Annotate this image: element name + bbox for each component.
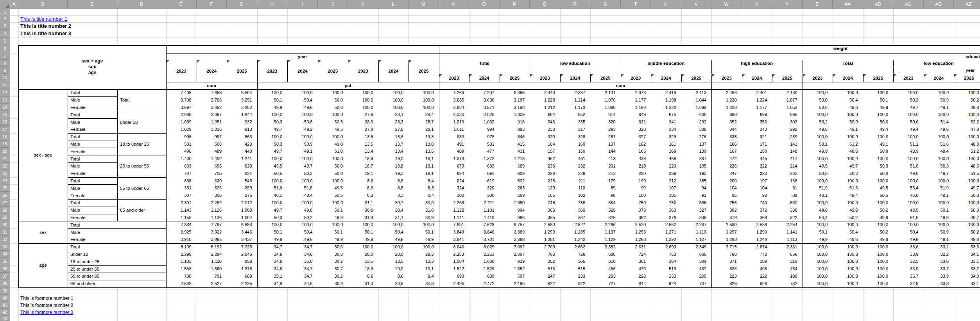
- cell-r16c17[interactable]: 292: [681, 118, 712, 126]
- cell-r29c22[interactable]: 50,2: [833, 214, 863, 221]
- cell-r32c18[interactable]: 1.293: [711, 236, 742, 243]
- cell-r20c7[interactable]: 13,4: [378, 148, 409, 155]
- cell-r30c7[interactable]: 100,0: [378, 221, 409, 228]
- year-header-cell[interactable]: 2023: [257, 60, 288, 82]
- cell-r20c0[interactable]: 496: [166, 148, 197, 155]
- cell-r14c6[interactable]: 100,0: [348, 104, 378, 111]
- cell-r32c15[interactable]: 1.268: [621, 236, 651, 243]
- cell-r17c14[interactable]: 293: [590, 126, 621, 133]
- row-header-30[interactable]: 30: [0, 221, 10, 228]
- cell-r28c22[interactable]: 49,8: [833, 207, 863, 214]
- cell-r17c3[interactable]: 49,7: [257, 126, 288, 133]
- cell-r26c23[interactable]: 50,5: [863, 192, 894, 199]
- cell-r26c7[interactable]: 8,3: [378, 192, 409, 199]
- cell-r21c15[interactable]: 438: [621, 155, 651, 162]
- cell-r14c3[interactable]: 49,9: [257, 104, 288, 111]
- cell-r21c8[interactable]: 19,1: [408, 155, 439, 162]
- cell-r24c26[interactable]: 100,0: [954, 177, 980, 185]
- cell-r32c10[interactable]: 3.781: [469, 236, 500, 243]
- cell-r29c25[interactable]: 49,9: [924, 214, 954, 221]
- cell-r18c10[interactable]: 978: [469, 133, 500, 141]
- cell-r38c25[interactable]: 33,3: [924, 280, 954, 287]
- cell-r32c17[interactable]: 1.127: [681, 236, 712, 243]
- cell-r18c21[interactable]: 100,0: [803, 133, 833, 141]
- cell-r24c18[interactable]: 200: [711, 177, 742, 185]
- cell-r26c15[interactable]: 100: [621, 192, 651, 199]
- cell-r30c6[interactable]: 100,0: [348, 221, 378, 228]
- cell-r24c25[interactable]: 100,0: [924, 177, 954, 185]
- cell-r28c20[interactable]: 338: [772, 207, 803, 214]
- cell-r22c26[interactable]: 48,5: [954, 162, 980, 170]
- cell-r18c11[interactable]: 846: [500, 133, 530, 141]
- cell-r12c8[interactable]: 100,0: [408, 89, 439, 96]
- cell-r27c24[interactable]: 100,0: [893, 199, 924, 207]
- cell-r19c2[interactable]: 423: [227, 141, 257, 148]
- cell-r12c12[interactable]: 2.440: [530, 89, 560, 96]
- cell-r38c11[interactable]: 2.196: [500, 280, 530, 287]
- cell-r33c21[interactable]: 100,0: [803, 243, 833, 251]
- stub-age-65-and-older[interactable]: 65 and older: [117, 199, 166, 221]
- cell-r34c22[interactable]: 100,0: [833, 251, 863, 258]
- cell-r28c7[interactable]: 30,4: [378, 207, 409, 214]
- cell-r15c6[interactable]: 27,9: [348, 111, 378, 118]
- stub-label-Female[interactable]: Female: [68, 236, 166, 243]
- cell-r21c19[interactable]: 445: [742, 155, 772, 162]
- cell-r27c21[interactable]: 100,0: [803, 199, 833, 207]
- cell-r27c10[interactable]: 2.211: [469, 199, 500, 207]
- cell-r18c9[interactable]: 980: [439, 133, 469, 141]
- cell-r33c5[interactable]: 30,6: [318, 243, 348, 251]
- cell-r35c24[interactable]: 32,5: [893, 258, 924, 265]
- cell-r21c0[interactable]: 1.400: [166, 155, 197, 162]
- cell-r34c14[interactable]: 685: [590, 251, 621, 258]
- cell-r28c12[interactable]: 363: [530, 207, 560, 214]
- cell-r27c22[interactable]: 100,0: [833, 199, 863, 207]
- cell-r37c22[interactable]: 100,0: [833, 273, 863, 280]
- cell-r38c18[interactable]: 829: [711, 280, 742, 287]
- year-header-cell[interactable]: 2023: [530, 74, 560, 82]
- cell-r20c3[interactable]: 49,7: [257, 148, 288, 155]
- cell-r34c21[interactable]: 100,0: [803, 251, 833, 258]
- stub-age-18-to-under-25[interactable]: 18 to under 25: [117, 133, 166, 155]
- stub-sex-Female[interactable]: Female: [68, 126, 117, 133]
- cell-r29c13[interactable]: 367: [560, 214, 591, 221]
- cell-r34c25[interactable]: 32,2: [924, 251, 954, 258]
- cell-r16c16[interactable]: 341: [651, 118, 681, 126]
- cell-r35c18[interactable]: 371: [711, 258, 742, 265]
- cell-r31c21[interactable]: 50,1: [803, 228, 833, 236]
- cell-r31c8[interactable]: 50,1: [408, 228, 439, 236]
- stub-label-18-to-under-25[interactable]: 18 to under 25: [68, 258, 166, 265]
- cell-r34c26[interactable]: 34,1: [954, 251, 980, 258]
- row-header-1[interactable]: 1: [0, 9, 10, 15]
- cell-r36c7[interactable]: 19,0: [378, 265, 409, 273]
- cell-r12c17[interactable]: 2.113: [681, 89, 712, 96]
- cell-r22c0[interactable]: 693: [166, 162, 197, 170]
- row-header-25[interactable]: 25: [0, 184, 10, 192]
- cell-r22c5[interactable]: 50,0: [318, 162, 348, 170]
- cell-r12c5[interactable]: 100,0: [318, 89, 348, 96]
- cell-r17c6[interactable]: 27,8: [348, 126, 378, 133]
- cell-r37c5[interactable]: 30,2: [318, 273, 348, 280]
- cell-r18c20[interactable]: 289: [772, 133, 803, 141]
- cell-r31c20[interactable]: 1.141: [772, 228, 803, 236]
- cell-r21c10[interactable]: 1.373: [469, 155, 500, 162]
- stub-age-Total[interactable]: Total: [117, 89, 166, 111]
- cell-r34c2[interactable]: 2.045: [227, 251, 257, 258]
- stub-sex-Male[interactable]: Male: [68, 207, 117, 214]
- cell-r28c25[interactable]: 50,1: [924, 207, 954, 214]
- cell-r34c23[interactable]: 100,0: [863, 251, 894, 258]
- cell-r26c11[interactable]: 269: [500, 192, 530, 199]
- stub-label-Male[interactable]: Male: [68, 228, 166, 236]
- row-header-3[interactable]: 3: [0, 22, 10, 30]
- cell-r37c8[interactable]: 8,4: [408, 273, 439, 280]
- cell-r31c1[interactable]: 3.922: [197, 228, 227, 236]
- cell-r27c2[interactable]: 2.012: [227, 199, 257, 207]
- cell-r36c5[interactable]: 30,7: [318, 265, 348, 273]
- cell-r15c8[interactable]: 28,4: [408, 111, 439, 118]
- cell-r19c12[interactable]: 164: [530, 141, 560, 148]
- cell-r35c21[interactable]: 100,0: [803, 258, 833, 265]
- row-header-40[interactable]: 40: [0, 295, 10, 302]
- cell-r37c25[interactable]: 33,9: [924, 273, 954, 280]
- cell-r38c3[interactable]: 34,8: [257, 280, 288, 287]
- cell-r25c25[interactable]: 51,9: [924, 184, 954, 192]
- cell-r32c1[interactable]: 3.865: [197, 236, 227, 243]
